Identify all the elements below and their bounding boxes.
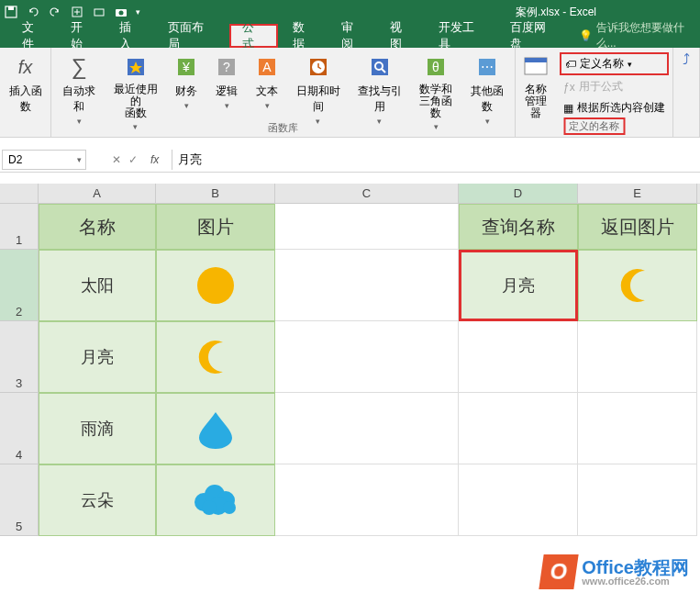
cell-c3[interactable] bbox=[275, 321, 459, 393]
svg-rect-3 bbox=[94, 9, 104, 16]
sigma-icon: ∑ bbox=[64, 52, 94, 82]
fx-icon[interactable]: fx bbox=[145, 153, 164, 166]
insert-function-button[interactable]: fx 插入函数 bbox=[2, 50, 49, 117]
cell-c5[interactable] bbox=[275, 464, 459, 536]
tag-icon: 🏷 bbox=[565, 58, 576, 71]
window-title: 案例.xlsx - Excel bbox=[416, 5, 696, 20]
row-header-4[interactable]: 4 bbox=[0, 393, 39, 464]
svg-text:¥: ¥ bbox=[182, 60, 190, 74]
financial-label: 财务 bbox=[175, 84, 197, 99]
open-icon[interactable] bbox=[92, 5, 106, 19]
tab-review[interactable]: 审阅 bbox=[330, 24, 375, 48]
define-name-label: 定义名称 bbox=[580, 56, 624, 72]
cell-e4[interactable] bbox=[578, 393, 697, 464]
name-manager-button[interactable]: 名称 管理器 bbox=[516, 50, 556, 122]
create-from-selection-button[interactable]: ▦ 根据所选内容创建 bbox=[560, 98, 669, 117]
svg-point-5 bbox=[119, 11, 124, 16]
group-function-library-label: 函数库 bbox=[51, 121, 515, 135]
qat-dropdown-icon[interactable]: ▾ bbox=[136, 7, 140, 17]
col-header-a[interactable]: A bbox=[39, 184, 156, 203]
use-in-formula-button[interactable]: ƒx 用于公式 bbox=[560, 77, 669, 96]
trace-icon[interactable]: ⤴ bbox=[683, 51, 690, 68]
tab-formulas[interactable]: 公式 bbox=[229, 24, 278, 48]
cell-e1[interactable]: 返回图片 bbox=[578, 204, 697, 250]
save-icon[interactable] bbox=[4, 5, 18, 19]
ribbon: fx 插入函数 ∑ 自动求和 最近使用的 函数 ¥ 财务 ? 逻辑 A bbox=[0, 48, 700, 138]
cell-b2[interactable] bbox=[156, 250, 275, 321]
formula-input[interactable]: 月亮 bbox=[172, 151, 700, 168]
watermark: O Office教程网 www.office26.com bbox=[541, 554, 689, 589]
logical-label: 逻辑 bbox=[216, 84, 238, 99]
watermark-part2: 教程网 bbox=[634, 557, 689, 577]
svg-text:?: ? bbox=[223, 60, 230, 74]
more-functions-label: 其他函数 bbox=[467, 84, 507, 115]
tab-file[interactable]: 文件 bbox=[11, 24, 56, 48]
row-header-3[interactable]: 3 bbox=[0, 321, 39, 393]
grid-icon: ▦ bbox=[563, 102, 573, 115]
use-in-formula-label: 用于公式 bbox=[579, 79, 623, 95]
svg-point-28 bbox=[202, 500, 217, 515]
col-header-b[interactable]: B bbox=[156, 184, 275, 203]
cancel-icon[interactable]: ✕ bbox=[112, 153, 121, 166]
cell-d1[interactable]: 查询名称 bbox=[459, 204, 578, 250]
tell-me-label: 告诉我您想要做什么... bbox=[596, 20, 700, 51]
cell-b5[interactable] bbox=[156, 464, 275, 536]
svg-text:⋯: ⋯ bbox=[481, 60, 494, 74]
confirm-icon[interactable]: ✓ bbox=[128, 153, 138, 166]
tab-baidu[interactable]: 百度网盘 bbox=[499, 24, 567, 48]
cell-c2[interactable] bbox=[275, 250, 459, 321]
tab-insert[interactable]: 插入 bbox=[108, 24, 153, 48]
lookup-ref-label: 查找与引用 bbox=[354, 84, 405, 115]
camera-icon[interactable] bbox=[114, 5, 128, 19]
office-logo-icon: O bbox=[539, 554, 579, 589]
row-header-1[interactable]: 1 bbox=[0, 204, 39, 250]
select-all-corner[interactable] bbox=[0, 184, 39, 203]
cell-d3[interactable] bbox=[459, 321, 578, 393]
cell-a4[interactable]: 雨滴 bbox=[39, 393, 156, 464]
more-icon: ⋯ bbox=[472, 52, 502, 82]
formula-value: 月亮 bbox=[178, 152, 202, 166]
group-defined-names-label: 定义的名称 bbox=[563, 117, 625, 135]
cell-d4[interactable] bbox=[459, 393, 578, 464]
col-header-e[interactable]: E bbox=[578, 184, 697, 203]
cell-a5[interactable]: 云朵 bbox=[39, 464, 156, 536]
cell-d5[interactable] bbox=[459, 464, 578, 536]
new-icon[interactable] bbox=[70, 5, 84, 19]
tab-home[interactable]: 开始 bbox=[60, 24, 105, 48]
search-icon bbox=[365, 52, 394, 82]
cell-a2[interactable]: 太阳 bbox=[39, 250, 156, 321]
name-box[interactable]: D2 bbox=[2, 150, 86, 170]
redo-icon[interactable] bbox=[48, 5, 62, 19]
cell-b3[interactable] bbox=[156, 321, 275, 393]
cell-e3[interactable] bbox=[578, 321, 697, 393]
tab-developer[interactable]: 开发工具 bbox=[428, 24, 495, 48]
cell-a3[interactable]: 月亮 bbox=[39, 321, 156, 393]
col-header-c[interactable]: C bbox=[275, 184, 459, 203]
fx-icon: fx bbox=[11, 52, 40, 82]
cell-a1[interactable]: 名称 bbox=[39, 204, 156, 250]
insert-function-label: 插入函数 bbox=[7, 84, 43, 115]
define-name-button[interactable]: 🏷 定义名称 ▾ bbox=[560, 52, 669, 75]
row-header-5[interactable]: 5 bbox=[0, 464, 39, 536]
create-from-selection-label: 根据所选内容创建 bbox=[577, 100, 665, 116]
cell-b4[interactable] bbox=[156, 393, 275, 464]
tab-page-layout[interactable]: 页面布局 bbox=[157, 24, 225, 48]
cell-d2[interactable]: 月亮 bbox=[459, 250, 578, 321]
cell-b1[interactable]: 图片 bbox=[156, 204, 275, 250]
svg-text:A: A bbox=[262, 60, 272, 74]
tab-data[interactable]: 数据 bbox=[282, 24, 327, 48]
cell-c1[interactable] bbox=[275, 204, 459, 250]
cell-e2[interactable] bbox=[578, 250, 697, 321]
chevron-down-icon: ▾ bbox=[628, 60, 632, 69]
tell-me-search[interactable]: 💡 告诉我您想要做什么... bbox=[579, 20, 700, 51]
tab-view[interactable]: 视图 bbox=[379, 24, 424, 48]
row-header-2[interactable]: 2 bbox=[0, 250, 39, 321]
undo-icon[interactable] bbox=[26, 5, 40, 19]
cell-c4[interactable] bbox=[275, 393, 459, 464]
autosum-label: 自动求和 bbox=[59, 84, 99, 115]
col-header-d[interactable]: D bbox=[459, 184, 578, 203]
svg-rect-1 bbox=[8, 6, 14, 10]
name-manager-label: 名称 管理器 bbox=[521, 84, 550, 120]
bulb-icon: 💡 bbox=[579, 29, 593, 42]
cell-e5[interactable] bbox=[578, 464, 697, 536]
